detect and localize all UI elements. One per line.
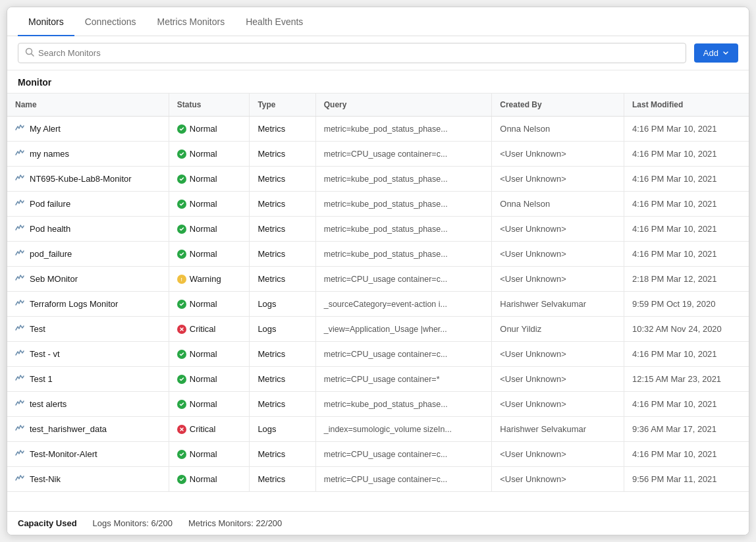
row-query: _index=sumologic_volume sizeIn... xyxy=(315,417,492,442)
row-name: test alerts xyxy=(30,399,67,409)
table-row[interactable]: Test - vt Normal Metricsmetric=CPU_usage… xyxy=(7,342,749,367)
row-created-by: <User Unknown> xyxy=(492,142,624,167)
table-row[interactable]: Test-Nik Normal Metricsmetric=CPU_usage … xyxy=(7,467,749,492)
row-created-by: Harishwer Selvakumar xyxy=(492,417,624,442)
main-window: Monitors Connections Metrics Monitors He… xyxy=(7,7,749,535)
table-row[interactable]: my names Normal Metricsmetric=CPU_usage … xyxy=(7,142,749,167)
row-query: metric=kube_pod_status_phase... xyxy=(315,167,492,192)
row-name: Pod failure xyxy=(30,199,70,209)
table-row[interactable]: pod_failure Normal Metricsmetric=kube_po… xyxy=(7,242,749,267)
row-name: Test - vt xyxy=(30,349,60,359)
tab-monitors[interactable]: Monitors xyxy=(18,7,74,36)
monitor-icon xyxy=(15,423,24,435)
row-type: Logs xyxy=(250,417,315,442)
col-header-status[interactable]: Status xyxy=(169,94,250,117)
capacity-used-label: Capacity Used xyxy=(18,518,77,528)
row-type: Metrics xyxy=(250,242,315,267)
row-name: My Alert xyxy=(30,124,61,134)
status-dot xyxy=(177,400,186,409)
status-dot xyxy=(177,200,186,209)
row-last-modified: 10:32 AM Nov 24, 2020 xyxy=(624,317,749,342)
tab-health-events[interactable]: Health Events xyxy=(235,7,313,36)
monitor-icon xyxy=(15,148,24,159)
col-header-last-modified[interactable]: Last Modified xyxy=(624,94,749,117)
status-dot xyxy=(177,300,186,309)
table-row[interactable]: Terraform Logs Monitor Normal Logs_sourc… xyxy=(7,292,749,317)
row-query: _view=Application_Usage |wher... xyxy=(315,317,492,342)
row-query: metric=kube_pod_status_phase... xyxy=(315,192,492,217)
status-dot xyxy=(177,124,186,134)
table-row[interactable]: Seb MOnitor ! Warning Metricsmetric=CPU_… xyxy=(7,267,749,292)
col-header-query[interactable]: Query xyxy=(315,94,492,117)
row-last-modified: 4:16 PM Mar 10, 2021 xyxy=(624,142,749,167)
status-dot xyxy=(177,425,186,434)
tab-connections[interactable]: Connections xyxy=(74,7,147,36)
row-type: Metrics xyxy=(250,367,315,392)
monitor-icon xyxy=(15,123,24,134)
row-type: Metrics xyxy=(250,467,315,492)
row-created-by: <User Unknown> xyxy=(492,167,624,192)
footer: Capacity Used Logs Monitors: 6/200 Metri… xyxy=(7,511,749,535)
add-button[interactable]: Add xyxy=(694,43,738,63)
table-row[interactable]: Test Critical Logs_view=Application_Usag… xyxy=(7,317,749,342)
status-dot xyxy=(177,175,186,184)
status-dot xyxy=(177,149,186,159)
table-row[interactable]: test_harishwer_data Critical Logs_index=… xyxy=(7,417,749,442)
row-last-modified: 4:16 PM Mar 10, 2021 xyxy=(624,342,749,367)
status-dot xyxy=(177,250,186,259)
row-type: Metrics xyxy=(250,217,315,242)
status-text: Normal xyxy=(190,224,217,234)
row-created-by: <User Unknown> xyxy=(492,342,624,367)
status-text: Normal xyxy=(190,449,217,459)
row-name: pod_failure xyxy=(30,249,72,259)
col-header-created-by[interactable]: Created By xyxy=(492,94,624,117)
search-input[interactable] xyxy=(38,48,679,58)
search-box[interactable] xyxy=(18,43,686,63)
table-row[interactable]: Pod health Normal Metricsmetric=kube_pod… xyxy=(7,217,749,242)
tab-metrics-monitors[interactable]: Metrics Monitors xyxy=(147,7,236,36)
table-row[interactable]: Test 1 Normal Metricsmetric=CPU_usage co… xyxy=(7,367,749,392)
row-last-modified: 9:59 PM Oct 19, 2020 xyxy=(624,292,749,317)
status-text: Normal xyxy=(190,249,217,259)
status-dot xyxy=(177,350,186,359)
monitors-table: Name Status Type Query Created By xyxy=(7,94,749,492)
col-header-name[interactable]: Name xyxy=(7,94,169,117)
row-created-by: <User Unknown> xyxy=(492,367,624,392)
row-type: Metrics xyxy=(250,342,315,367)
row-name: NT695-Kube-Lab8-Monitor xyxy=(30,174,132,184)
status-text: Normal xyxy=(190,174,217,184)
table-row[interactable]: Pod failure Normal Metricsmetric=kube_po… xyxy=(7,192,749,217)
row-created-by: <User Unknown> xyxy=(492,217,624,242)
monitor-icon xyxy=(15,223,24,234)
row-name: Terraform Logs Monitor xyxy=(30,299,118,309)
status-text: Normal xyxy=(190,149,217,159)
table-container[interactable]: Name Status Type Query Created By xyxy=(7,94,749,511)
col-header-type[interactable]: Type xyxy=(250,94,315,117)
row-query: metric=CPU_usage container=c... xyxy=(315,142,492,167)
table-header-row: Name Status Type Query Created By xyxy=(7,94,749,117)
status-text: Normal xyxy=(190,124,217,134)
row-last-modified: 2:18 PM Mar 12, 2021 xyxy=(624,267,749,292)
table-row[interactable]: test alerts Normal Metricsmetric=kube_po… xyxy=(7,392,749,417)
status-text: Normal xyxy=(190,474,217,484)
row-created-by: <User Unknown> xyxy=(492,392,624,417)
row-query: _sourceCategory=event-action i... xyxy=(315,292,492,317)
row-last-modified: 4:16 PM Mar 10, 2021 xyxy=(624,442,749,467)
row-type: Metrics xyxy=(250,142,315,167)
row-query: metric=kube_pod_status_phase... xyxy=(315,392,492,417)
monitor-icon xyxy=(15,173,24,184)
row-query: metric=CPU_usage container=* xyxy=(315,367,492,392)
row-last-modified: 4:16 PM Mar 10, 2021 xyxy=(624,117,749,142)
monitor-icon xyxy=(15,474,24,485)
table-row[interactable]: My Alert Normal Metricsmetric=kube_pod_s… xyxy=(7,117,749,142)
row-name: Test 1 xyxy=(30,374,53,384)
row-last-modified: 4:16 PM Mar 10, 2021 xyxy=(624,242,749,267)
row-last-modified: 4:16 PM Mar 10, 2021 xyxy=(624,192,749,217)
row-type: Metrics xyxy=(250,167,315,192)
row-query: metric=kube_pod_status_phase... xyxy=(315,217,492,242)
toolbar: Add xyxy=(7,36,749,70)
row-last-modified: 4:16 PM Mar 10, 2021 xyxy=(624,392,749,417)
table-row[interactable]: NT695-Kube-Lab8-Monitor Normal Metricsme… xyxy=(7,167,749,192)
table-row[interactable]: Test-Monitor-Alert Normal Metricsmetric=… xyxy=(7,442,749,467)
row-created-by: <User Unknown> xyxy=(492,242,624,267)
